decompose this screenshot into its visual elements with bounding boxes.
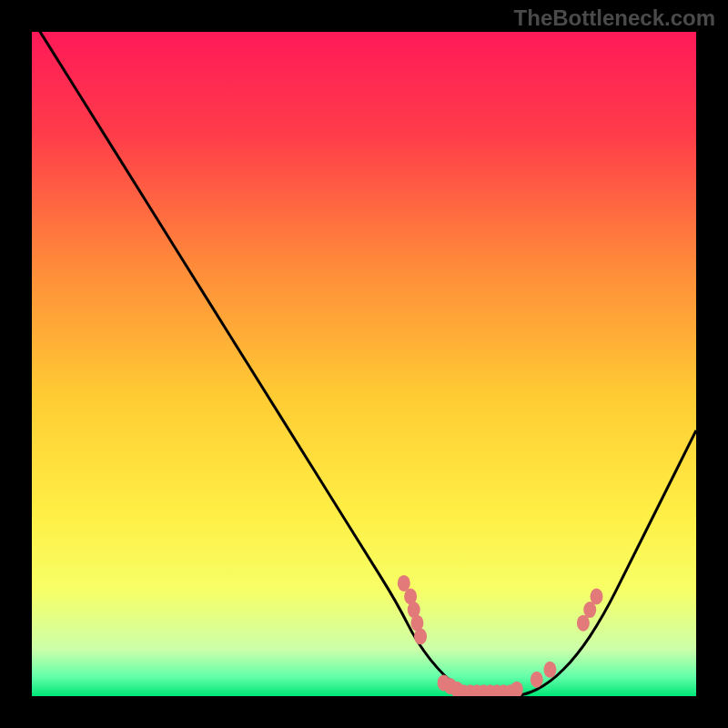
watermark-text: TheBottleneck.com xyxy=(514,5,715,31)
chart-plot-area xyxy=(32,32,696,696)
gradient-background xyxy=(32,32,696,696)
svg-rect-0 xyxy=(32,32,696,696)
